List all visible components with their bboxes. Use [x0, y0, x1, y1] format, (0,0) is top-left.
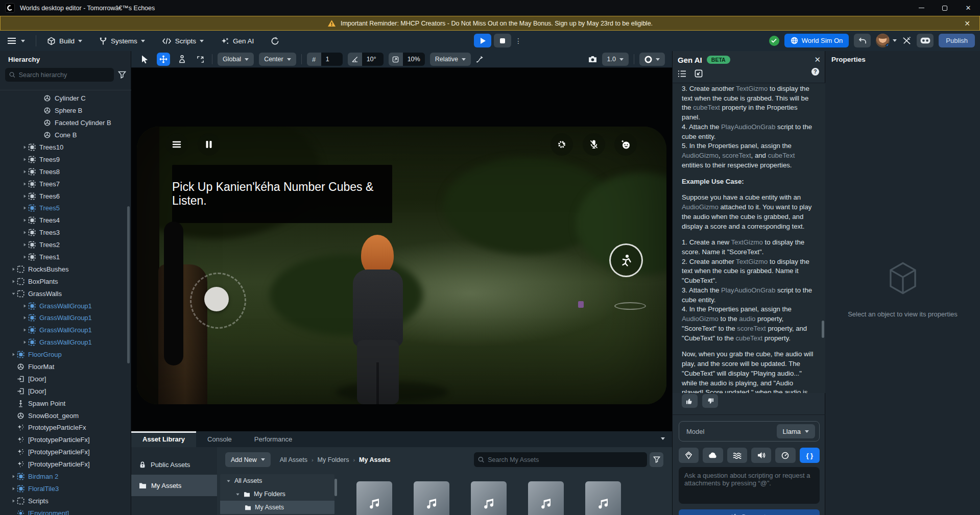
viewport-display-select[interactable]: [639, 53, 665, 66]
hierarchy-item[interactable]: RocksBushes: [0, 263, 131, 275]
hierarchy-item[interactable]: SnowBoot_geom: [0, 409, 131, 422]
close-button[interactable]: ✕: [957, 0, 980, 16]
stop-button[interactable]: [494, 34, 511, 47]
expand-caret-icon[interactable]: [10, 352, 16, 357]
play-button[interactable]: [474, 34, 491, 47]
hierarchy-item[interactable]: [PrototypeParticleFx]: [0, 458, 131, 471]
build-menu[interactable]: Build: [47, 37, 82, 45]
hamburger-caret-icon[interactable]: [21, 40, 25, 42]
hierarchy-item[interactable]: GrassWallGroup1: [0, 336, 131, 349]
expand-caret-icon[interactable]: [21, 230, 28, 235]
genai-close-icon[interactable]: ✕: [814, 55, 821, 64]
hierarchy-item[interactable]: GrassWallGroup1: [0, 324, 131, 336]
refresh-icon[interactable]: [271, 37, 279, 45]
expand-caret-icon[interactable]: [21, 182, 28, 186]
breadcrumb-my-folders[interactable]: My Folders: [318, 456, 349, 463]
hierarchy-item[interactable]: Scripts: [0, 495, 131, 507]
hierarchy-item[interactable]: Faceted Cylinder B: [0, 117, 131, 129]
asset-gen-tab[interactable]: [679, 448, 699, 463]
hierarchy-item[interactable]: [Door]: [0, 373, 131, 385]
expand-caret-icon[interactable]: [21, 242, 28, 247]
genai-menu[interactable]: Gen AI: [221, 37, 254, 45]
hierarchy-item[interactable]: Cylinder C: [0, 92, 131, 105]
hierarchy-item[interactable]: PrototypeParticleFx: [0, 422, 131, 434]
hierarchy-item[interactable]: Trees10: [0, 141, 131, 154]
hierarchy-item[interactable]: Cone B: [0, 129, 131, 141]
expand-caret-icon[interactable]: [21, 218, 28, 223]
game-settings-button[interactable]: [551, 133, 573, 156]
genai-scrollbar[interactable]: [822, 321, 824, 338]
hierarchy-item[interactable]: Trees1: [0, 251, 131, 263]
hierarchy-item[interactable]: FloralTile3: [0, 483, 131, 495]
session-gen-tab[interactable]: [775, 448, 795, 463]
game-mic-button[interactable]: [583, 133, 605, 156]
breadcrumb-all-assets[interactable]: All Assets: [280, 456, 307, 463]
expand-caret-icon[interactable]: [21, 315, 28, 320]
hierarchy-item[interactable]: Spawn Point: [0, 397, 131, 409]
hierarchy-item[interactable]: Trees4: [0, 214, 131, 227]
code-gen-tab[interactable]: { }: [800, 448, 820, 463]
move-tool-button[interactable]: [157, 53, 170, 66]
hierarchy-item[interactable]: [Environment]: [0, 507, 131, 515]
hierarchy-item[interactable]: Trees7: [0, 178, 131, 190]
hierarchy-item[interactable]: GrassWalls: [0, 287, 131, 300]
expand-caret-icon[interactable]: [21, 255, 28, 259]
mode-select[interactable]: Relative: [430, 53, 471, 66]
hierarchy-item[interactable]: Trees2: [0, 239, 131, 251]
wand-off-icon[interactable]: [902, 36, 912, 45]
publish-button[interactable]: Publish: [939, 34, 975, 47]
user-avatar[interactable]: [876, 34, 890, 47]
joystick-knob[interactable]: [204, 287, 229, 311]
expand-caret-icon[interactable]: [10, 291, 16, 296]
expand-caret-icon[interactable]: [21, 304, 28, 308]
audio-asset-tile[interactable]: [414, 481, 449, 515]
expand-caret-icon[interactable]: [10, 267, 16, 272]
texture-gen-tab[interactable]: [727, 448, 747, 463]
audio-asset-tile[interactable]: [356, 481, 392, 515]
asset-search-input[interactable]: [488, 456, 643, 463]
game-menu-button[interactable]: [165, 133, 188, 156]
hierarchy-item[interactable]: FloorGroup: [0, 349, 131, 361]
more-options-icon[interactable]: ⋮: [514, 34, 523, 47]
audio-gen-tab[interactable]: [751, 448, 771, 463]
hierarchy-item[interactable]: GrassWallGroup1: [0, 312, 131, 324]
scale-snap-field[interactable]: 10%: [389, 53, 425, 66]
history-list-icon[interactable]: [678, 70, 686, 78]
sidebar-item-my-assets[interactable]: My Assets: [131, 475, 217, 496]
expand-caret-icon[interactable]: [21, 340, 28, 345]
maximize-button[interactable]: [933, 0, 957, 16]
hierarchy-item[interactable]: Birdman 2: [0, 471, 131, 483]
undo-button[interactable]: [854, 34, 871, 47]
expand-caret-icon[interactable]: [21, 169, 28, 174]
avatar-tool-button[interactable]: [175, 53, 188, 66]
expand-caret-icon[interactable]: [10, 499, 16, 503]
hierarchy-item[interactable]: FloorMat: [0, 361, 131, 373]
hierarchy-search[interactable]: [5, 68, 114, 82]
expand-caret-icon[interactable]: [226, 479, 231, 483]
sidebar-item-public-assets[interactable]: Public Assets: [131, 454, 217, 475]
banner-close-icon[interactable]: ✕: [962, 18, 972, 29]
game-emote-button[interactable]: [614, 133, 637, 156]
audio-asset-tile[interactable]: [471, 481, 507, 515]
world-sim-toggle[interactable]: World Sim On: [784, 34, 849, 47]
hierarchy-item[interactable]: Trees6: [0, 190, 131, 202]
add-new-button[interactable]: Add New: [225, 452, 271, 467]
genai-prompt-input[interactable]: [679, 467, 820, 504]
expand-caret-icon[interactable]: [21, 157, 28, 162]
hierarchy-item[interactable]: Trees8: [0, 165, 131, 178]
hierarchy-scrollbar[interactable]: [127, 206, 130, 363]
hierarchy-item[interactable]: Trees9: [0, 153, 131, 165]
hierarchy-item[interactable]: GrassWallGroup1: [0, 300, 131, 312]
expand-caret-icon[interactable]: [21, 328, 28, 332]
hierarchy-item[interactable]: [PrototypeParticleFx]: [0, 446, 131, 458]
expand-caret-icon[interactable]: [10, 474, 16, 479]
select-tool-button[interactable]: [138, 53, 152, 66]
branch-icon[interactable]: [476, 55, 484, 63]
tab-performance[interactable]: Performance: [243, 431, 303, 447]
folder-tree-scrollbar[interactable]: [334, 479, 337, 496]
hierarchy-filter-icon[interactable]: [118, 71, 126, 79]
jump-button[interactable]: [609, 243, 643, 277]
thumbs-down-button[interactable]: [702, 394, 718, 408]
expand-caret-icon[interactable]: [235, 492, 240, 497]
camera-speed-select[interactable]: 1.0: [602, 53, 629, 66]
